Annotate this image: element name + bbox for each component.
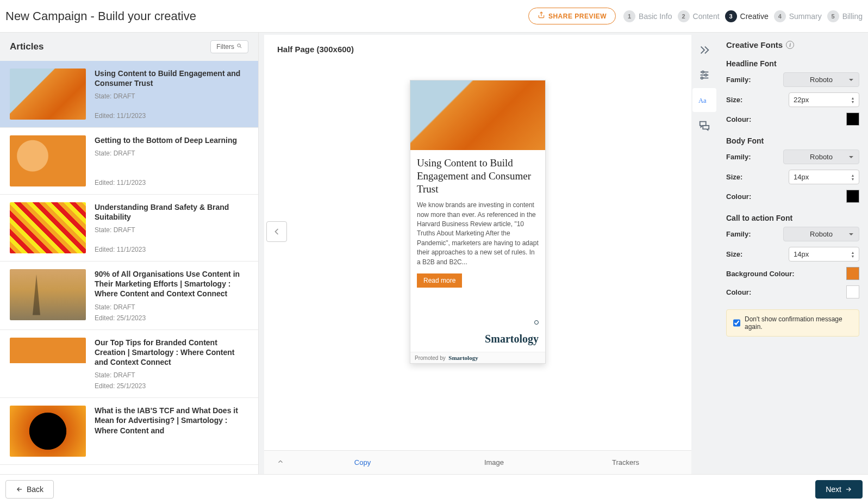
body-family-label: Family: — [726, 153, 751, 161]
article-title: Understanding Brand Safety & Brand Suita… — [95, 202, 248, 222]
cta-colour-label: Colour: — [726, 288, 751, 296]
article-meta: Using Content to Build Engagement and Co… — [95, 69, 248, 120]
ad-preview-card: Using Content to Build Engagement and Co… — [410, 80, 546, 364]
filters-label: Filters — [216, 43, 234, 51]
ad-body: Using Content to Build Engagement and Co… — [410, 150, 545, 352]
article-meta: Getting to the Bottom of Deep LearningSt… — [95, 135, 248, 186]
article-edited: Edited: 25/1/2023 — [95, 382, 248, 390]
body-size-value: 14px — [794, 173, 809, 181]
info-icon[interactable]: i — [786, 41, 794, 49]
next-button[interactable]: Next — [815, 480, 863, 499]
article-item[interactable]: Our Top Tips for Branded Content Creatio… — [0, 330, 258, 399]
filters-button[interactable]: Filters — [210, 40, 248, 53]
articles-column: Articles Filters Using Content to Build … — [0, 33, 259, 474]
article-edited: Edited: 11/1/2023 — [95, 112, 248, 120]
tab-trackers[interactable]: Trackers — [560, 458, 691, 466]
rail-fonts-icon[interactable]: Aa — [692, 88, 716, 112]
headline-size-input[interactable]: 22px ▲▼ — [789, 92, 859, 107]
promoted-bar: Promoted by Smartology — [410, 352, 545, 363]
confirmation-text: Don't show confirmation message again. — [745, 315, 852, 331]
step-number: 5 — [827, 10, 839, 22]
share-icon — [538, 11, 545, 21]
step-billing[interactable]: 5Billing — [827, 10, 863, 22]
prev-creative-button[interactable] — [266, 221, 287, 242]
collapse-tabs-button[interactable] — [264, 458, 297, 468]
body-size-input[interactable]: 14px ▲▼ — [789, 170, 859, 184]
step-number: 2 — [678, 10, 690, 22]
tab-copy[interactable]: Copy — [297, 458, 428, 466]
spinner-icon[interactable]: ▲▼ — [849, 248, 857, 260]
articles-header: Articles Filters — [0, 33, 258, 61]
promoted-prefix: Promoted by — [415, 355, 446, 361]
article-thumbnail — [10, 406, 86, 457]
body-size-label: Size: — [726, 173, 742, 181]
step-creative[interactable]: 3Creative — [725, 10, 769, 22]
cta-bg-swatch[interactable] — [846, 267, 859, 280]
step-content[interactable]: 2Content — [678, 10, 720, 22]
body-colour-swatch[interactable] — [846, 190, 859, 203]
rail-sliders-icon[interactable] — [692, 63, 716, 87]
articles-list[interactable]: Using Content to Build Engagement and Co… — [0, 61, 258, 474]
step-number: 4 — [774, 10, 786, 22]
step-basic-info[interactable]: 1Basic Info — [623, 10, 672, 22]
step-label: Creative — [740, 12, 769, 21]
stepper: 1Basic Info2Content3Creative4Summary5Bil… — [623, 10, 863, 22]
back-button[interactable]: Back — [5, 480, 54, 499]
back-label: Back — [27, 485, 43, 494]
ad-headline: Using Content to Build Engagement and Co… — [417, 157, 539, 195]
rail-collapse-button[interactable] — [692, 38, 716, 62]
step-summary[interactable]: 4Summary — [774, 10, 822, 22]
body-colour-label: Colour: — [726, 192, 751, 201]
article-item[interactable]: Getting to the Bottom of Deep LearningSt… — [0, 128, 258, 195]
ad-logo-text: Smartology — [485, 333, 539, 345]
share-preview-label: SHARE PREVIEW — [548, 13, 607, 20]
ad-body-text: We know brands are investing in content … — [417, 201, 539, 267]
header-right: SHARE PREVIEW 1Basic Info2Content3Creati… — [528, 8, 863, 24]
article-item[interactable]: Understanding Brand Safety & Brand Suita… — [0, 195, 258, 262]
article-thumbnail — [10, 269, 86, 320]
tab-image[interactable]: Image — [428, 458, 560, 466]
article-state: State: DRAFT — [95, 371, 248, 379]
article-edited: Edited: 11/1/2023 — [95, 179, 248, 186]
page-title: New Campaign - Build your creative — [5, 9, 196, 23]
svg-text:Aa: Aa — [698, 97, 707, 104]
article-item[interactable]: What is the IAB'S TCF and What Does it M… — [0, 398, 258, 465]
spinner-icon[interactable]: ▲▼ — [849, 171, 857, 183]
cta-bg-label: Background Colour: — [726, 270, 795, 278]
cta-family-label: Family: — [726, 230, 751, 238]
body-section-label: Body Font — [726, 136, 859, 145]
rail-chat-icon[interactable] — [692, 113, 716, 137]
article-item[interactable]: Using Content to Build Engagement and Co… — [0, 61, 258, 128]
fonts-panel: Creative Fonts i Headline Font Family: R… — [717, 33, 868, 474]
svg-point-5 — [702, 71, 704, 73]
headline-colour-swatch[interactable] — [846, 113, 859, 126]
confirmation-checkbox[interactable] — [733, 319, 740, 327]
article-item[interactable]: 90% of All Organisations Use Content in … — [0, 262, 258, 330]
ad-cta-button[interactable]: Read more — [417, 273, 462, 288]
arrow-left-icon — [16, 486, 23, 493]
settings-rail: Aa — [691, 33, 717, 474]
step-label: Summary — [789, 12, 822, 21]
cta-font-section: Call to action Font Family: Roboto Size:… — [726, 214, 859, 298]
article-title: Getting to the Bottom of Deep Learning — [95, 135, 248, 145]
article-thumbnail — [10, 338, 86, 389]
article-meta: Our Top Tips for Branded Content Creatio… — [95, 338, 248, 390]
article-title: Using Content to Build Engagement and Co… — [95, 69, 248, 88]
fonts-panel-title-text: Creative Fonts — [726, 40, 783, 49]
cta-section-label: Call to action Font — [726, 214, 859, 222]
headline-family-dropdown[interactable]: Roboto — [783, 72, 859, 87]
body-font-section: Body Font Family: Roboto Size: 14px ▲▼ C… — [726, 136, 859, 203]
preview-size-label: Half Page (300x600) — [264, 35, 691, 64]
cta-family-dropdown[interactable]: Roboto — [783, 227, 859, 241]
step-label: Basic Info — [639, 12, 672, 21]
body-family-dropdown[interactable]: Roboto — [783, 150, 859, 164]
article-state: State: DRAFT — [95, 226, 248, 234]
share-preview-button[interactable]: SHARE PREVIEW — [528, 8, 616, 24]
footer: Back Next — [0, 474, 868, 504]
cta-size-label: Size: — [726, 250, 742, 258]
cta-size-input[interactable]: 14px ▲▼ — [789, 247, 859, 262]
article-meta: Understanding Brand Safety & Brand Suita… — [95, 202, 248, 253]
cta-colour-swatch[interactable] — [846, 285, 859, 298]
spinner-icon[interactable]: ▲▼ — [849, 94, 857, 105]
svg-point-0 — [238, 44, 241, 47]
